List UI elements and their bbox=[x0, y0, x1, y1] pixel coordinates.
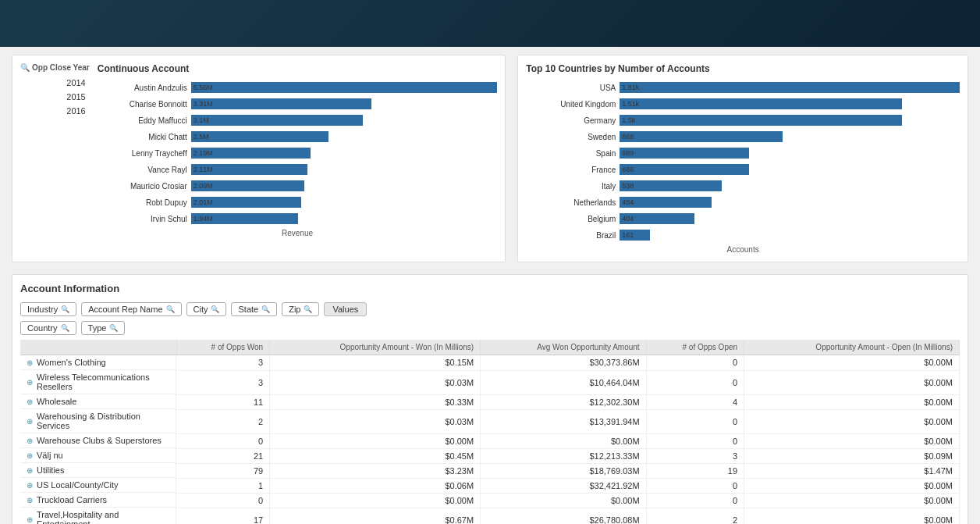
table-cell-avg-won: $18,769.03M bbox=[481, 463, 646, 478]
account-info-section: Account Information Industry 🔍 Account R… bbox=[12, 274, 968, 524]
bar-value: 484 bbox=[622, 198, 634, 206]
table-cell-avg-won: $10,464.04M bbox=[481, 370, 646, 394]
bar-value: 686 bbox=[622, 166, 634, 173]
year-item-2015[interactable]: 2015 bbox=[20, 90, 90, 104]
row-expand-icon[interactable]: ⊕ bbox=[27, 437, 33, 445]
table-row[interactable]: ⊕Warehouse Clubs & Superstores0$0.00M$0.… bbox=[20, 433, 960, 448]
filter-zip[interactable]: Zip 🔍 bbox=[282, 302, 319, 316]
table-cell-opp-amount-open: $0.00M bbox=[744, 433, 960, 448]
table-cell-opps-won: 3 bbox=[176, 370, 270, 394]
table-row[interactable]: ⊕US Local/County/City1$0.06M$32,421.92M0… bbox=[20, 478, 960, 493]
bar-value: 161 bbox=[622, 231, 634, 239]
table-cell-opp-amount-won: $0.03M bbox=[270, 409, 481, 433]
table-cell-opp-amount-won: $0.00M bbox=[270, 433, 481, 448]
table-row[interactable]: ⊕Välj nu21$0.45M$12,213.33M3$0.09M bbox=[20, 448, 960, 463]
bar-track: 1.5k bbox=[620, 115, 960, 126]
row-expand-icon[interactable]: ⊕ bbox=[27, 496, 33, 504]
filter-country[interactable]: Country 🔍 bbox=[20, 321, 76, 335]
row-name: Women's Clothing bbox=[37, 358, 106, 367]
bar-value: 2.5M bbox=[194, 133, 209, 141]
table-cell-opps-open: 2 bbox=[646, 508, 744, 524]
year-item-2016[interactable]: 2016 bbox=[20, 104, 90, 118]
bar-row: Netherlands484 bbox=[526, 195, 960, 209]
table-cell-name: ⊕Wholesale bbox=[20, 394, 176, 409]
bar-value: 3.31M bbox=[194, 100, 213, 108]
bar-track: 3.1M bbox=[191, 115, 498, 126]
bar-fill: 2.09M bbox=[191, 180, 304, 191]
bar-track: 1.94M bbox=[191, 213, 498, 224]
bar-row: Sweden868 bbox=[526, 130, 960, 144]
table-row[interactable]: ⊕Wireless Telecommunications Resellers3$… bbox=[20, 370, 960, 394]
filter-industry[interactable]: Industry 🔍 bbox=[20, 302, 76, 316]
table-cell-opp-amount-won: $0.67M bbox=[270, 508, 481, 524]
bar-fill: 484 bbox=[620, 197, 712, 208]
table-row[interactable]: ⊕Truckload Carriers0$0.00M$0.00M0$0.00M bbox=[20, 493, 960, 508]
bar-fill: 1.94M bbox=[191, 213, 298, 224]
table-cell-opps-open: 3 bbox=[646, 448, 744, 463]
table-row[interactable]: ⊕Wholesale11$0.33M$12,302.30M4$0.00M bbox=[20, 394, 960, 409]
bar-value: 1.51k bbox=[622, 100, 639, 108]
row-expand-icon[interactable]: ⊕ bbox=[27, 515, 33, 524]
bar-fill: 1.81k bbox=[620, 82, 960, 93]
table-cell-name: ⊕Travel,Hospitality and Entertainment bbox=[20, 508, 176, 524]
row-expand-icon[interactable]: ⊕ bbox=[27, 417, 33, 426]
table-row[interactable]: ⊕Warehousing & Distribution Services2$0.… bbox=[20, 409, 960, 433]
bar-track: 161 bbox=[620, 230, 960, 241]
row-name: Travel,Hospitality and Entertainment bbox=[37, 510, 169, 524]
bar-track: 2.09M bbox=[191, 180, 498, 191]
bar-value: 1.81k bbox=[622, 84, 639, 91]
bar-fill: 161 bbox=[620, 230, 650, 241]
row-expand-icon[interactable]: ⊕ bbox=[27, 481, 33, 490]
table-row[interactable]: ⊕Travel,Hospitality and Entertainment17$… bbox=[20, 508, 960, 524]
filter-account-rep[interactable]: Account Rep Name 🔍 bbox=[81, 302, 181, 316]
bar-value: 5.56M bbox=[194, 84, 213, 91]
bar-value: 2.01M bbox=[194, 198, 213, 206]
row-name: Warehousing & Distribution Services bbox=[37, 412, 169, 430]
continuous-bars: Austin Andzulis5.56MCharise Bonnoitt3.31… bbox=[98, 80, 498, 226]
table-cell-opps-open: 0 bbox=[646, 493, 744, 508]
bar-label: Robt Dupuy bbox=[98, 198, 191, 207]
row-expand-icon[interactable]: ⊕ bbox=[27, 358, 33, 367]
year-list: 201420152016 bbox=[20, 76, 90, 118]
row-expand-icon[interactable]: ⊕ bbox=[27, 451, 33, 460]
row-name: Wholesale bbox=[37, 397, 76, 406]
bar-fill: 3.1M bbox=[191, 115, 363, 126]
bar-track: 2.5M bbox=[191, 131, 498, 142]
values-button[interactable]: Values bbox=[324, 302, 367, 316]
account-table: # of Opps Won Opportunity Amount - Won (… bbox=[20, 340, 960, 524]
table-row[interactable]: ⊕Utilities79$3.23M$18,769.03M19$1.47M bbox=[20, 463, 960, 478]
table-cell-name: ⊕Wireless Telecommunications Resellers bbox=[20, 370, 176, 394]
bar-row: Lenny Traycheff2.19M bbox=[98, 146, 498, 160]
bar-fill: 404 bbox=[620, 213, 694, 224]
bar-label: Brazil bbox=[526, 231, 620, 240]
row-name: Utilities bbox=[37, 465, 64, 475]
table-cell-opp-amount-open: $0.00M bbox=[744, 493, 960, 508]
top-bar bbox=[0, 0, 980, 47]
bar-track: 404 bbox=[620, 213, 960, 224]
row-expand-icon[interactable]: ⊕ bbox=[27, 397, 33, 406]
table-cell-name: ⊕Truckload Carriers bbox=[20, 493, 176, 508]
table-row[interactable]: ⊕Women's Clothing3$0.15M$30,373.86M0$0.0… bbox=[20, 355, 960, 371]
table-cell-avg-won: $0.00M bbox=[481, 493, 646, 508]
bar-track: 686 bbox=[620, 164, 960, 175]
bar-fill: 3.31M bbox=[191, 98, 372, 109]
filter-type[interactable]: Type 🔍 bbox=[81, 321, 126, 335]
year-item-2014[interactable]: 2014 bbox=[20, 76, 90, 90]
row-name: Warehouse Clubs & Superstores bbox=[37, 436, 162, 445]
bar-fill: 2.11M bbox=[191, 164, 307, 175]
col-header-opps-open: # of Opps Open bbox=[646, 340, 744, 355]
filter-city[interactable]: City 🔍 bbox=[186, 302, 227, 316]
table-cell-opps-open: 0 bbox=[646, 478, 744, 493]
bar-label: Germany bbox=[526, 116, 620, 125]
row-expand-icon[interactable]: ⊕ bbox=[27, 378, 33, 387]
top-countries-title: Top 10 Countries by Number of Accounts bbox=[526, 63, 960, 74]
bar-track: 2.11M bbox=[191, 164, 498, 175]
bar-value: 1.5k bbox=[622, 116, 635, 124]
table-cell-avg-won: $12,302.30M bbox=[481, 394, 646, 409]
row-expand-icon[interactable]: ⊕ bbox=[27, 466, 33, 475]
table-cell-opps-won: 2 bbox=[176, 409, 270, 433]
filter-state[interactable]: State 🔍 bbox=[231, 302, 277, 316]
bar-row: Italy538 bbox=[526, 179, 960, 193]
bar-label: Spain bbox=[526, 149, 620, 158]
bar-row: Eddy Maffucci3.1M bbox=[98, 113, 498, 127]
